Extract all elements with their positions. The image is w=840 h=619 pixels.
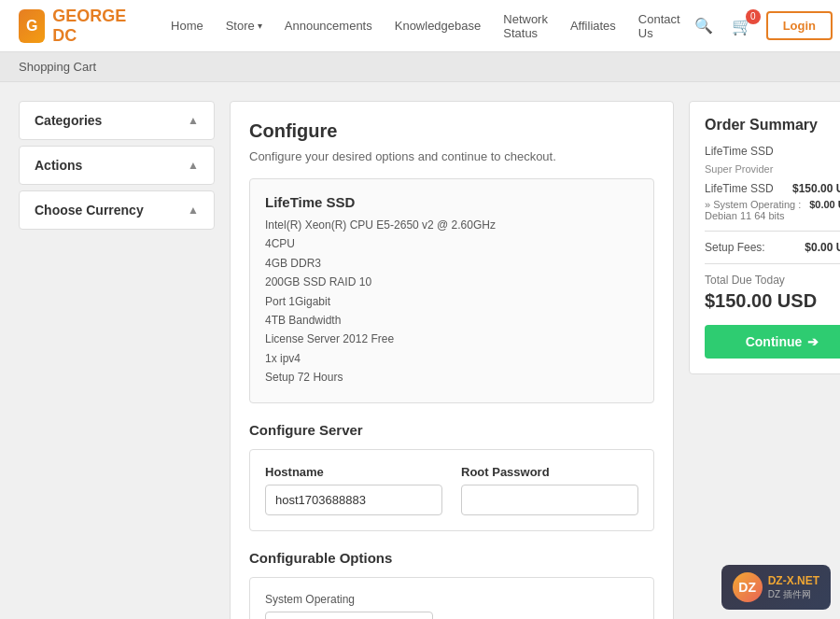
order-summary-title: Order Summary [705, 117, 840, 134]
root-password-input[interactable] [461, 485, 638, 515]
nav-contact-us[interactable]: Contact Us [629, 5, 690, 48]
nav-store[interactable]: Store ▾ [217, 11, 272, 40]
options-section: System Operating Debian 11 64 bits Ubunt… [249, 577, 654, 619]
order-line-2: » System Operating : Debian 11 64 bits $… [705, 199, 840, 221]
cart-badge: 0 [746, 9, 761, 24]
nav-network-status[interactable]: Network Status [494, 5, 557, 48]
chevron-down-icon: ▾ [258, 21, 262, 31]
server-section-title: Configure Server [249, 422, 654, 438]
header-right: 🔍 🛒 0 Login Register [690, 11, 840, 41]
sidebar: Categories ▲ Actions ▲ Choose Currency ▲ [19, 101, 215, 619]
configure-box: Configure Configure your desired options… [230, 101, 674, 619]
sidebar-section-currency: Choose Currency ▲ [19, 190, 215, 230]
nav-home[interactable]: Home [161, 11, 213, 40]
order-divider-2 [705, 263, 840, 264]
logo-text: GEORGE DC [52, 7, 133, 46]
hostname-group: Hostname [265, 465, 442, 515]
sidebar-categories-header[interactable]: Categories ▲ [20, 102, 214, 139]
nav-affiliates[interactable]: Affiliates [561, 11, 625, 40]
order-product-name: LifeTime SSD [705, 145, 840, 158]
main-container: Categories ▲ Actions ▲ Choose Currency ▲… [0, 82, 840, 619]
main-nav: Home Store ▾ Announcements Knowledgebase… [161, 5, 690, 48]
continue-button[interactable]: Continue ➔ [705, 325, 840, 359]
configurable-options-title: Configurable Options [249, 550, 654, 566]
chevron-up-icon: ▲ [188, 114, 199, 127]
login-button[interactable]: Login [766, 11, 833, 40]
order-line-1: LifeTime SSD $150.00 USD [705, 182, 840, 195]
order-box: Order Summary LifeTime SSD Super Provide… [689, 101, 840, 374]
content-row: Configure Configure your desired options… [215, 101, 840, 619]
system-operating-select[interactable]: Debian 11 64 bits Ubuntu 20.04 CentOS 7 … [265, 612, 433, 619]
root-password-group: Root Password [461, 465, 638, 515]
order-provider: Super Provider [705, 163, 840, 175]
configure-main: Configure Configure your desired options… [230, 101, 674, 619]
sidebar-currency-header[interactable]: Choose Currency ▲ [20, 191, 214, 229]
form-row: Hostname Root Password [265, 465, 638, 515]
logo[interactable]: G GEORGE DC [19, 7, 133, 46]
order-total-value: $150.00 USD [705, 290, 840, 312]
nav-announcements[interactable]: Announcements [275, 11, 382, 40]
sidebar-actions-header[interactable]: Actions ▲ [20, 147, 214, 184]
order-setup-fees: Setup Fees: $0.00 USD [705, 241, 840, 254]
watermark-icon: DZ [733, 572, 763, 602]
page-title: Configure [249, 120, 654, 142]
breadcrumb: Shopping Cart [0, 52, 840, 82]
nav-knowledgebase[interactable]: Knowledgebase [385, 11, 491, 40]
order-summary: Order Summary LifeTime SSD Super Provide… [689, 101, 840, 374]
order-divider-1 [705, 231, 840, 232]
sidebar-section-actions: Actions ▲ [19, 146, 215, 185]
server-config: Hostname Root Password [249, 449, 654, 531]
chevron-up-icon-3: ▲ [188, 204, 199, 217]
arrow-right-icon: ➔ [807, 334, 819, 349]
system-operating-label: System Operating [265, 593, 638, 606]
product-card: LifeTime SSD Intel(R) Xeon(R) CPU E5-265… [249, 178, 654, 403]
header: G GEORGE DC Home Store ▾ Announcements K… [0, 0, 840, 52]
sidebar-section-categories: Categories ▲ [19, 101, 215, 140]
watermark: DZ DZ-X.NET DZ 插件网 [721, 565, 831, 610]
search-button[interactable]: 🔍 [690, 12, 718, 39]
cart-button[interactable]: 🛒 0 [727, 11, 757, 41]
hostname-label: Hostname [265, 465, 442, 479]
order-total-label: Total Due Today [705, 274, 840, 287]
hostname-input[interactable] [265, 485, 442, 515]
chevron-up-icon-2: ▲ [188, 159, 199, 172]
configure-subtitle: Configure your desired options and conti… [249, 149, 654, 163]
product-specs: Intel(R) Xeon(R) CPU E5-2650 v2 @ 2.60GH… [265, 216, 638, 387]
root-password-label: Root Password [461, 465, 638, 479]
product-name: LifeTime SSD [265, 194, 638, 210]
logo-icon: G [19, 9, 45, 43]
